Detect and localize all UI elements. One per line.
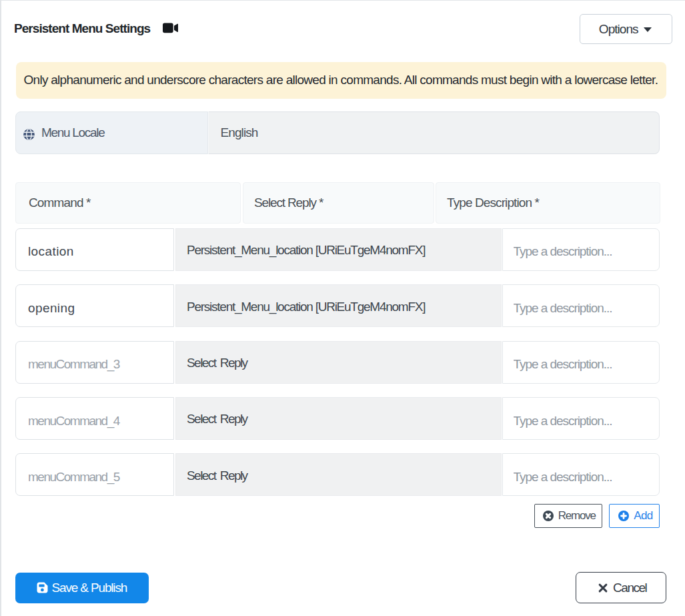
description-input[interactable] xyxy=(502,453,660,496)
description-input[interactable] xyxy=(502,341,660,384)
reply-select[interactable]: Select Reply xyxy=(175,341,502,384)
add-button[interactable]: Add xyxy=(609,504,660,528)
menu-locale-value[interactable]: English xyxy=(208,111,660,154)
caret-down-icon xyxy=(644,27,652,32)
video-camera-icon xyxy=(163,21,179,35)
column-header-reply-text: Select Reply * xyxy=(254,196,323,210)
command-row: Persistent_Menu_location [URiEuTgeM4nomF… xyxy=(15,228,660,271)
description-input[interactable] xyxy=(502,228,660,271)
options-button[interactable]: Options xyxy=(580,14,673,44)
reply-select-text: Select Reply xyxy=(187,469,247,483)
command-row: Select Reply xyxy=(15,453,660,496)
menu-locale-label: Menu Locale xyxy=(41,125,105,140)
cancel-button[interactable]: Cancel xyxy=(576,572,666,603)
card-left-border xyxy=(0,0,1,616)
command-row: Select Reply xyxy=(15,397,660,440)
command-input[interactable] xyxy=(15,397,174,440)
reply-select[interactable]: Persistent_Menu_location [URiEuTgeM4nomF… xyxy=(175,284,502,327)
command-input[interactable] xyxy=(15,453,174,496)
description-input[interactable] xyxy=(502,397,660,440)
add-circle-plus-icon xyxy=(618,511,629,521)
options-button-label: Options xyxy=(599,22,638,37)
add-button-label: Add xyxy=(634,509,652,523)
command-input[interactable] xyxy=(15,341,174,384)
reply-select-text: Persistent_Menu_location [URiEuTgeM4nomF… xyxy=(187,300,425,314)
reply-select[interactable]: Persistent_Menu_location [URiEuTgeM4nomF… xyxy=(175,228,502,271)
command-input[interactable] xyxy=(15,284,174,327)
save-icon xyxy=(37,582,48,593)
remove-button-label: Remove xyxy=(558,509,596,523)
reply-select-text: Persistent_Menu_location [URiEuTgeM4nomF… xyxy=(187,243,425,258)
command-row: Select Reply xyxy=(15,341,660,384)
menu-locale-value-text: English xyxy=(221,125,258,140)
description-input[interactable] xyxy=(502,284,660,327)
column-header-command: Command * xyxy=(15,182,241,224)
command-input[interactable] xyxy=(15,228,174,271)
page-title: Persistent Menu Settings xyxy=(14,21,150,37)
page-title-text: Persistent Menu Settings xyxy=(14,21,150,36)
save-publish-button-label: Save & Publish xyxy=(51,581,127,595)
reply-select-text: Select Reply xyxy=(187,412,247,426)
globe-icon xyxy=(23,128,35,141)
cancel-button-label: Cancel xyxy=(613,581,646,595)
card-top-border xyxy=(0,0,685,1)
x-icon xyxy=(598,583,608,593)
remove-button[interactable]: Remove xyxy=(534,504,603,528)
column-header-description: Type Description * xyxy=(436,182,660,224)
menu-locale-group: Menu Locale English xyxy=(15,111,660,154)
remove-circle-x-icon xyxy=(543,511,554,521)
reply-select[interactable]: Select Reply xyxy=(175,453,502,496)
column-header-command-text: Command * xyxy=(29,196,91,210)
column-header-description-text: Type Description * xyxy=(447,196,539,210)
command-row: Persistent_Menu_location [URiEuTgeM4nomF… xyxy=(15,284,660,327)
save-publish-button[interactable]: Save & Publish xyxy=(15,573,149,603)
warning-alert-text: Only alphanumeric and underscore charact… xyxy=(24,73,658,87)
reply-select[interactable]: Select Reply xyxy=(175,397,502,440)
reply-select-text: Select Reply xyxy=(187,356,247,370)
warning-alert: Only alphanumeric and underscore charact… xyxy=(16,62,667,99)
menu-locale-addon: Menu Locale xyxy=(15,111,208,154)
column-header-reply: Select Reply * xyxy=(243,182,434,224)
